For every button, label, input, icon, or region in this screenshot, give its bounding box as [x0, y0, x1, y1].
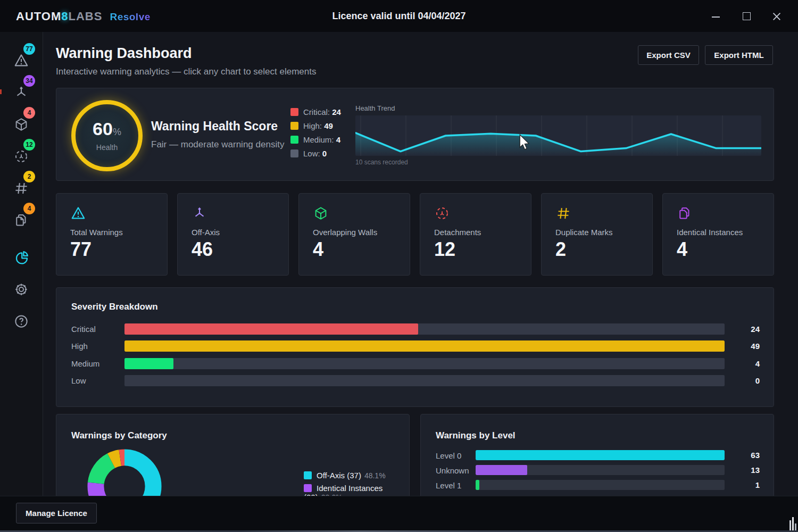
manage-licence-button[interactable]: Manage Licence	[16, 503, 97, 523]
background-artifact	[792, 517, 794, 530]
level-row-value: 13	[728, 466, 760, 475]
legend-item-critical[interactable]: Critical: 24	[290, 107, 341, 117]
legend-swatch	[290, 136, 298, 144]
license-status-text: Licence valid until 04/04/2027	[0, 11, 798, 22]
warning-triangle-icon	[70, 205, 86, 221]
health-score-label: Health	[96, 143, 118, 152]
badge-count: 4	[23, 107, 35, 119]
footer-bar: Manage Licence	[0, 496, 798, 532]
severity-bar-fill	[124, 358, 173, 369]
maximize-icon	[743, 12, 751, 20]
hash-icon	[555, 205, 571, 221]
trend-footnote: 10 scans recorded	[355, 159, 408, 166]
pie-chart-icon	[13, 250, 29, 265]
title-bar: AUTOM8LABSResolve Licence valid until 04…	[0, 0, 798, 32]
stat-label: Off-Axis	[192, 228, 220, 237]
close-button[interactable]	[771, 12, 782, 21]
sidebar-item-off-axis[interactable]: 34	[0, 77, 43, 107]
severity-bar-high[interactable]	[124, 340, 725, 352]
severity-title: Severity Breakdown	[71, 302, 158, 312]
severity-breakdown-panel: Severity Breakdown Critical 24 High 49 M…	[56, 287, 774, 407]
stat-card-detachments[interactable]: Detachments 12	[420, 193, 531, 276]
stat-label: Total Warnings	[70, 228, 123, 237]
export-html-button[interactable]: Export HTML	[705, 45, 773, 65]
severity-row-label: Low	[71, 376, 86, 385]
export-csv-button[interactable]: Export CSV	[638, 45, 699, 65]
level-title: Warnings by Level	[436, 430, 516, 441]
legend-swatch	[290, 122, 298, 130]
copy-icon	[677, 205, 693, 221]
sidebar-item-help[interactable]	[0, 306, 43, 336]
category-legend-off-axis[interactable]: Off-Axis (37)48.1%	[304, 471, 386, 480]
sidebar-item-warnings[interactable]: 77	[0, 45, 43, 75]
health-title: Warning Health Score	[151, 119, 278, 134]
severity-bar-fill	[124, 340, 725, 352]
minimize-icon	[712, 16, 720, 18]
sidebar-item-detachments[interactable]: 12	[0, 141, 43, 171]
stat-card-overlapping-walls[interactable]: Overlapping Walls 4	[298, 193, 410, 276]
stat-value: 4	[313, 238, 323, 261]
badge-count: 77	[23, 43, 35, 55]
legend-swatch	[290, 149, 298, 157]
legend-swatch	[304, 471, 312, 479]
category-legend-identical-instances[interactable]: Identical Instances (22)28.6%	[304, 484, 409, 493]
level-bar-level1[interactable]	[476, 480, 725, 490]
detach-circle-icon	[434, 205, 450, 221]
health-trend-chart[interactable]	[355, 115, 761, 156]
severity-bar-critical[interactable]	[124, 323, 725, 335]
severity-row-label: Critical	[71, 325, 96, 334]
axis-tripod-icon	[13, 85, 29, 101]
background-artifact	[789, 520, 791, 530]
stat-value: 2	[555, 238, 566, 261]
stat-card-total-warnings[interactable]: Total Warnings 77	[56, 193, 168, 276]
severity-row-value: 24	[728, 325, 760, 334]
legend-item-high[interactable]: High: 49	[290, 121, 333, 131]
level-bar-fill	[476, 450, 725, 460]
background-artifact	[795, 523, 796, 530]
level-row-value: 63	[728, 451, 760, 460]
sidebar-item-overlapping-walls[interactable]: 4	[0, 109, 43, 139]
severity-row-label: High	[71, 342, 88, 351]
level-row-value: 1	[728, 480, 760, 489]
health-score-panel: 60% Health Warning Health Score Fair — m…	[56, 88, 774, 181]
trend-title: Health Trend	[355, 104, 395, 112]
stat-value: 77	[70, 238, 92, 261]
level-bar-unknown[interactable]	[476, 465, 725, 475]
stat-value: 46	[192, 238, 213, 261]
copy-icon	[13, 212, 29, 228]
legend-swatch	[290, 108, 298, 116]
sidebar-item-charts[interactable]	[0, 242, 43, 272]
badge-count: 4	[23, 203, 35, 214]
page-subtitle: Interactive warning analytics — click an…	[56, 66, 316, 77]
stat-card-off-axis[interactable]: Off-Axis 46	[177, 193, 289, 276]
legend-item-low[interactable]: Low: 0	[290, 149, 327, 159]
minimize-button[interactable]	[711, 12, 721, 21]
background-artifact	[0, 89, 2, 94]
severity-bar-low[interactable]	[124, 375, 725, 386]
help-icon	[13, 313, 29, 329]
level-bar-level0[interactable]	[476, 450, 725, 460]
stat-label: Detachments	[434, 228, 481, 237]
cube-icon	[313, 205, 329, 221]
stat-value: 4	[677, 238, 687, 261]
hash-icon	[13, 180, 29, 196]
stat-card-identical-instances[interactable]: Identical Instances 4	[662, 193, 774, 276]
level-bar-fill	[476, 480, 479, 490]
maximize-button[interactable]	[742, 12, 752, 21]
legend-item-medium[interactable]: Medium: 4	[290, 135, 340, 145]
sidebar-item-identical-instances[interactable]: 4	[0, 205, 43, 235]
level-row-label: Level 1	[436, 481, 461, 490]
sidebar: 77 34 4 12 2 4	[0, 32, 43, 496]
warning-triangle-icon	[13, 53, 29, 69]
stat-card-duplicate-marks[interactable]: Duplicate Marks 2	[541, 193, 653, 276]
gear-icon	[13, 281, 29, 297]
health-score-ring: 60% Health	[71, 100, 143, 171]
severity-row-value: 0	[728, 376, 760, 385]
trend-line-chart	[355, 115, 761, 156]
stat-label: Identical Instances	[677, 228, 743, 237]
stat-label: Duplicate Marks	[555, 228, 613, 237]
sidebar-item-duplicate-marks[interactable]: 2	[0, 173, 43, 203]
severity-bar-medium[interactable]	[124, 358, 725, 369]
legend-swatch	[304, 484, 312, 492]
sidebar-item-settings[interactable]	[0, 274, 43, 304]
